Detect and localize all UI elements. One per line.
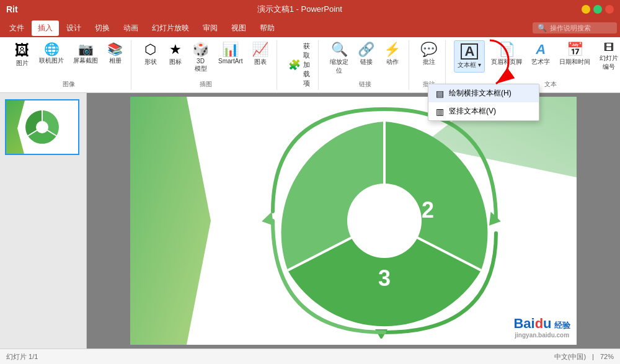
search-icon: 🔍: [538, 24, 547, 32]
chart-icon: 📈: [252, 43, 268, 56]
ribbon-btn-smartart[interactable]: 📊 SmartArt: [215, 40, 246, 67]
svg-marker-14: [262, 210, 278, 226]
picture-icon: 🖼: [15, 43, 30, 58]
language-label: 中文(中国): [554, 352, 586, 362]
ribbon-btn-picture[interactable]: 🖼 图片: [11, 40, 33, 70]
title-bar-title: 演示文稿1 - PowerPoint: [18, 4, 582, 15]
ribbon-btn-link[interactable]: 🔗 链接: [355, 40, 378, 69]
menu-item-view[interactable]: 视图: [225, 20, 252, 36]
smartart-icon: 📊: [222, 43, 239, 56]
ribbon-text-items: A 文本框 ▾ 📄 页眉和页脚 A 艺术字 📅 日期和时间 🎞 幻灯片编号 ⬜: [454, 40, 620, 80]
ribbon-btn-chart[interactable]: 📈 图表: [249, 40, 272, 69]
menu-item-transition[interactable]: 切换: [89, 20, 116, 36]
canvas-area: 1 2 3 Baidu 经验 jingyan.baidu: [87, 93, 620, 348]
minimize-button[interactable]: [582, 5, 590, 14]
search-box[interactable]: 🔍: [533, 22, 617, 33]
menu-item-slideshow[interactable]: 幻灯片放映: [146, 20, 195, 36]
ribbon-btn-datetime[interactable]: 📅 日期和时间: [556, 40, 593, 69]
ribbon-btn-3dmodel[interactable]: 🎲 3D模型: [189, 40, 212, 76]
action-icon: ⚡: [384, 43, 401, 56]
ribbon-group-addons: 🧩 获取加载项 📦 我的加载项 ▾ 加载项: [280, 40, 319, 90]
ribbon-btn-header-footer[interactable]: 📄 页眉和页脚: [488, 40, 525, 69]
menu-item-design[interactable]: 设计: [60, 20, 87, 36]
zoom-icon: 🔍: [331, 43, 348, 56]
shape-icon: ⬡: [144, 43, 156, 56]
ribbon-group-text: A 文本框 ▾ 📄 页眉和页脚 A 艺术字 📅 日期和时间 🎞 幻灯片编号 ⬜: [449, 40, 620, 90]
ribbon-btn-action[interactable]: ⚡ 动作: [381, 40, 404, 69]
screenshot-icon: 📷: [78, 43, 94, 55]
svg-text:2: 2: [422, 197, 434, 223]
textbox-icon: A: [461, 43, 478, 60]
horizontal-textbox-icon: ▤: [436, 89, 444, 99]
menu-bar: 文件 插入 设计 切换 动画 幻灯片放映 审阅 视图 帮助 🔍: [0, 19, 620, 37]
ribbon-links-items: 🔍 缩放定位 🔗 链接 ⚡ 动作: [327, 40, 404, 80]
menu-item-file[interactable]: 文件: [3, 20, 30, 36]
ribbon-group-images: 🖼 图片 🌐 联机图片 📷 屏幕截图 📚 相册 图像: [6, 40, 131, 90]
ribbon-group-comments: 💬 批注 批注: [412, 40, 446, 90]
ribbon-btn-screenshot[interactable]: 📷 屏幕截图: [70, 40, 101, 68]
header-footer-icon: 📄: [498, 43, 515, 56]
ribbon-btn-textbox[interactable]: A 文本框 ▾: [454, 40, 485, 73]
dropdown-item-horizontal-label: 绘制横排文本框(H): [449, 88, 512, 99]
watermark: Baidu 经验 jingyan.baidu.com: [513, 316, 570, 339]
vertical-textbox-icon: ▥: [436, 107, 444, 117]
ribbon-btn-zoom[interactable]: 🔍 缩放定位: [327, 40, 352, 78]
online-picture-icon: 🌐: [44, 43, 60, 55]
get-addons-icon: 🧩: [288, 59, 301, 71]
status-bar: 幻灯片 1/1 中文(中国) | 72%: [0, 348, 620, 364]
svg-marker-12: [485, 210, 501, 226]
menu-item-review[interactable]: 审阅: [197, 20, 224, 36]
svg-text:3: 3: [378, 265, 391, 291]
ribbon-group-illustration-label: 插图: [200, 80, 212, 90]
app-name: Rit: [6, 4, 18, 14]
menu-item-animation[interactable]: 动画: [117, 20, 144, 36]
bg-shape-left: [130, 97, 211, 345]
dropdown-item-vertical-label: 竖排文本框(V): [449, 106, 496, 117]
ribbon-btn-comment[interactable]: 💬 批注: [417, 40, 440, 69]
search-input[interactable]: [550, 24, 612, 32]
thumbnail-chart: [20, 107, 64, 148]
dropdown-item-horizontal[interactable]: ▤ 绘制横排文本框(H): [428, 84, 539, 102]
comment-icon: 💬: [420, 43, 437, 56]
ribbon-btn-wordart[interactable]: A 艺术字: [528, 40, 553, 69]
ribbon-comments-items: 💬 批注: [417, 40, 440, 80]
slide-panel: [0, 93, 87, 348]
window-controls: [582, 5, 614, 14]
link-icon: 🔗: [358, 43, 374, 56]
slide-info: 幻灯片 1/1: [6, 352, 38, 362]
ribbon-images-items: 🖼 图片 🌐 联机图片 📷 屏幕截图 📚 相册: [11, 40, 126, 80]
ribbon-group-images-label: 图像: [63, 80, 75, 90]
main-area: 1 2 3 Baidu 经验 jingyan.baidu: [0, 93, 620, 348]
close-button[interactable]: [605, 5, 614, 14]
datetime-icon: 📅: [567, 43, 583, 56]
svg-point-8: [347, 184, 422, 258]
ribbon-group-text-label: 文本: [544, 80, 557, 90]
pie-chart: 1 2 3: [254, 103, 515, 339]
slidenum-icon: 🎞: [604, 43, 614, 53]
slide-canvas[interactable]: 1 2 3 Baidu 经验 jingyan.baidu: [130, 97, 577, 345]
menu-item-insert[interactable]: 插入: [32, 20, 59, 36]
ribbon-btn-icon[interactable]: ★ 图标: [164, 40, 186, 69]
ribbon: 🖼 图片 🌐 联机图片 📷 屏幕截图 📚 相册 图像 ⬡ 形状: [0, 37, 620, 93]
ribbon-btn-shape[interactable]: ⬡ 形状: [140, 40, 161, 69]
wordart-icon: A: [536, 43, 546, 56]
ribbon-group-links-label: 链接: [359, 80, 371, 90]
ribbon-illustration-items: ⬡ 形状 ★ 图标 🎲 3D模型 📊 SmartArt 📈 图表: [140, 40, 272, 80]
menu-item-help[interactable]: 帮助: [254, 20, 281, 36]
svg-text:1: 1: [360, 206, 372, 232]
ribbon-group-illustration: ⬡ 形状 ★ 图标 🎲 3D模型 📊 SmartArt 📈 图表 插图: [135, 40, 277, 90]
ribbon-btn-get-addons[interactable]: 🧩 获取加载项: [285, 40, 313, 89]
ribbon-group-links: 🔍 缩放定位 🔗 链接 ⚡ 动作 链接: [322, 40, 409, 90]
album-icon: 📚: [107, 43, 123, 55]
slide-thumbnail[interactable]: [5, 99, 79, 155]
title-bar: Rit 演示文稿1 - PowerPoint: [0, 0, 620, 19]
ribbon-btn-online-picture[interactable]: 🌐 联机图片: [36, 40, 67, 68]
ribbon-btn-slidenum[interactable]: 🎞 幻灯片编号: [596, 40, 620, 74]
ribbon-btn-album[interactable]: 📚 相册: [104, 40, 126, 68]
dropdown-item-vertical[interactable]: ▥ 竖排文本框(V): [428, 102, 539, 120]
maximize-button[interactable]: [593, 5, 602, 14]
zoom-level: 72%: [600, 353, 614, 360]
textbox-dropdown: ▤ 绘制横排文本框(H) ▥ 竖排文本框(V): [428, 84, 539, 121]
icon-icon: ★: [169, 43, 182, 56]
3dmodel-icon: 🎲: [192, 43, 209, 56]
